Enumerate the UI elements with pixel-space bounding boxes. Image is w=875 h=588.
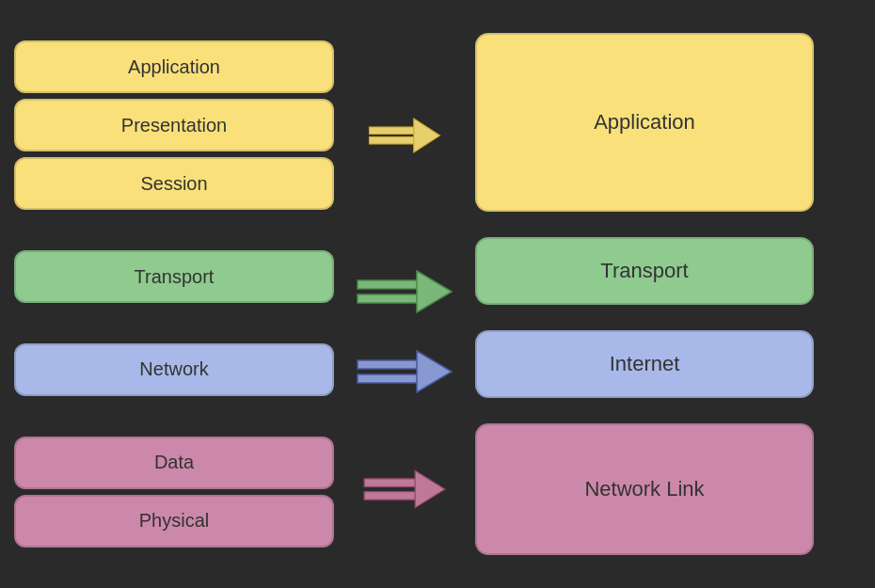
yellow-arrow-spacer bbox=[353, 24, 456, 248]
svg-marker-11 bbox=[415, 471, 445, 508]
blue-arrow-container bbox=[353, 343, 456, 400]
pink-arrow-container bbox=[353, 461, 456, 517]
middle-column bbox=[334, 14, 475, 574]
data-physical-group: Data Physical bbox=[14, 437, 334, 548]
right-column: Application Transport Internet Network L… bbox=[475, 14, 814, 574]
left-physical-box: Physical bbox=[14, 495, 334, 548]
green-arrow-spacer bbox=[353, 254, 456, 329]
left-presentation-label: Presentation bbox=[121, 115, 227, 136]
right-transport-box: Transport bbox=[475, 237, 814, 305]
green-arrow-container bbox=[353, 263, 456, 320]
right-transport-label: Transport bbox=[600, 259, 688, 283]
blue-arrow bbox=[353, 343, 456, 400]
left-data-box: Data bbox=[14, 437, 334, 489]
left-transport-label: Transport bbox=[135, 266, 215, 288]
svg-marker-8 bbox=[417, 351, 452, 392]
osi-diagram: Application Presentation Session Transpo… bbox=[14, 14, 861, 574]
left-session-box: Session bbox=[14, 157, 334, 210]
left-presentation-box: Presentation bbox=[14, 99, 334, 151]
left-application-box: Application bbox=[14, 40, 334, 93]
svg-rect-9 bbox=[364, 479, 417, 487]
svg-rect-7 bbox=[358, 374, 419, 383]
left-column: Application Presentation Session Transpo… bbox=[14, 14, 334, 574]
left-transport-box: Transport bbox=[14, 250, 334, 303]
svg-rect-10 bbox=[364, 492, 417, 501]
left-network-label: Network bbox=[139, 358, 208, 380]
pink-arrow bbox=[353, 461, 456, 517]
left-application-label: Application bbox=[128, 56, 220, 78]
svg-rect-4 bbox=[358, 294, 419, 303]
svg-marker-5 bbox=[417, 271, 452, 312]
yellow-group: Application Presentation Session bbox=[14, 40, 334, 210]
svg-rect-0 bbox=[370, 127, 416, 135]
left-data-label: Data bbox=[154, 452, 194, 473]
left-network-box: Network bbox=[14, 343, 334, 396]
svg-rect-3 bbox=[358, 280, 419, 289]
right-network-link-label: Network Link bbox=[584, 477, 704, 501]
blue-arrow-spacer bbox=[353, 334, 456, 409]
right-internet-label: Internet bbox=[610, 352, 680, 376]
svg-rect-1 bbox=[370, 137, 416, 145]
svg-rect-6 bbox=[358, 360, 419, 369]
green-arrow bbox=[353, 263, 456, 320]
left-physical-label: Physical bbox=[139, 510, 209, 532]
yellow-arrow bbox=[353, 107, 456, 164]
right-network-link-box: Network Link bbox=[475, 423, 814, 555]
left-session-label: Session bbox=[140, 173, 207, 195]
pink-arrow-spacer bbox=[353, 415, 456, 564]
yellow-arrow-container bbox=[353, 107, 456, 164]
svg-marker-2 bbox=[414, 119, 440, 152]
right-application-box: Application bbox=[475, 33, 814, 212]
right-internet-box: Internet bbox=[475, 330, 814, 398]
right-application-label: Application bbox=[594, 110, 695, 135]
